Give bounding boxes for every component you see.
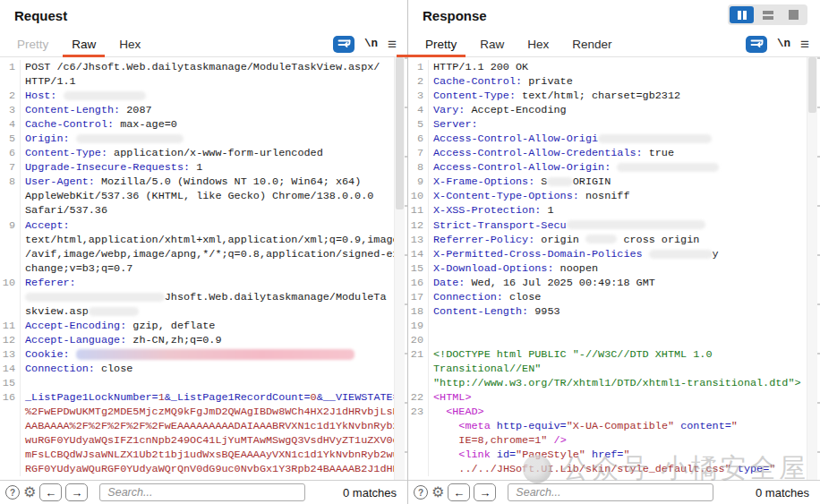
columns-icon <box>738 11 741 20</box>
request-editor-icons: \n ≡ <box>333 31 397 56</box>
line-number: 1 <box>0 60 21 74</box>
line-number <box>408 433 429 448</box>
request-title: Request <box>14 8 67 23</box>
code-line: 8User-Agent: Mozilla/5.0 (Windows NT 10.… <box>0 175 407 189</box>
code-line: 6Content-Type: application/x-www-form-ur… <box>0 146 407 160</box>
prev-match-button[interactable]: ← <box>448 483 470 501</box>
response-editor[interactable]: 1HTTP/1.1 200 OK2Cache-Control: private3… <box>408 57 820 480</box>
match-count: 0 matches <box>343 486 400 500</box>
response-panel: Response PrettyRawHexRender \n ≡ 1HTTP/1… <box>408 0 820 504</box>
gear-icon[interactable]: ⚙ <box>23 485 36 500</box>
search-input[interactable] <box>99 483 305 501</box>
line-number: 7 <box>0 160 21 175</box>
line-number <box>0 233 21 247</box>
code-line: %2FwEPDwUKMTg2MDE5MjczMQ9kFgJmD2QWAgIBDw… <box>0 405 407 419</box>
line-number: 10 <box>0 276 21 290</box>
editor-menu-icon[interactable]: ≡ <box>800 37 809 52</box>
next-match-button[interactable]: → <box>65 483 88 501</box>
layout-rows-button[interactable] <box>756 6 780 23</box>
line-number: 2 <box>0 89 21 103</box>
tab-pretty[interactable]: Pretty <box>414 31 468 56</box>
code-line: 4Cache-Control: max-age=0 <box>0 117 407 132</box>
code-line: HTTP/1.1 <box>0 74 407 89</box>
code-line: 10X-Content-Type-Options: nosniff <box>408 189 820 203</box>
response-editor-icons: \n ≡ <box>746 31 809 56</box>
line-number: 4 <box>0 117 21 132</box>
redacted-text <box>585 235 617 243</box>
rows-icon <box>763 11 773 20</box>
code-line: change;v=b3;q=0.7 <box>0 261 407 276</box>
tab-hex[interactable]: Hex <box>107 31 152 56</box>
code-line: ../../JHSoft.UI.Lib/skin/style_default.c… <box>408 462 820 476</box>
layout-single-button[interactable] <box>782 6 806 23</box>
line-number <box>0 189 21 203</box>
tab-raw[interactable]: Raw <box>60 31 107 56</box>
request-scrollbar-thumb[interactable] <box>396 57 404 209</box>
redacted-text <box>64 91 146 100</box>
line-number: 19 <box>408 319 429 333</box>
show-newlines-button[interactable]: \n <box>364 38 378 50</box>
code-line: 4Vary: Accept-Encoding <box>408 103 820 117</box>
code-line: 1HTTP/1.1 200 OK <box>408 60 820 74</box>
code-line: 16_ListPage1LockNumber=1&_ListPage1Recor… <box>0 390 407 405</box>
line-number: 2 <box>408 74 429 89</box>
response-tabs: PrettyRawHexRender <box>414 31 624 56</box>
code-line: 3Content-Length: 2087 <box>0 103 407 117</box>
message-editor: Request PrettyRawHex \n ≡ 1POST /c6/Jhso… <box>0 0 820 504</box>
code-line: <meta http-equiv="X-UA-Compatible" conte… <box>408 419 820 433</box>
help-icon[interactable]: ? <box>414 485 428 500</box>
request-scrollbar[interactable] <box>394 57 405 480</box>
word-wrap-button[interactable] <box>746 36 767 53</box>
code-line: 3Content-Type: text/html; charset=gb2312 <box>408 89 820 103</box>
line-number: 8 <box>0 175 21 189</box>
redacted-text <box>25 293 165 302</box>
request-panel: Request PrettyRawHex \n ≡ 1POST /c6/Jhso… <box>0 0 408 504</box>
word-wrap-icon <box>750 38 764 50</box>
prev-match-button[interactable]: ← <box>39 483 62 501</box>
response-scrollbar-thumb[interactable] <box>808 57 816 113</box>
help-icon[interactable]: ? <box>5 485 20 500</box>
code-line: 16Date: Wed, 16 Jul 2025 00:49:18 GMT <box>408 276 820 290</box>
gear-icon[interactable]: ⚙ <box>431 485 444 500</box>
line-number <box>408 462 429 476</box>
response-code: 1HTTP/1.1 200 OK2Cache-Control: private3… <box>408 57 820 476</box>
layout-columns-button[interactable] <box>730 6 754 23</box>
request-wrap-markers <box>405 57 407 480</box>
tab-raw[interactable]: Raw <box>468 31 516 56</box>
tab-render[interactable]: Render <box>560 31 623 56</box>
request-header: Request <box>0 0 407 30</box>
response-scrollbar[interactable] <box>807 57 817 480</box>
tab-pretty[interactable]: Pretty <box>5 31 60 56</box>
code-line: 15 <box>0 376 407 390</box>
line-number: 13 <box>408 233 429 247</box>
line-number <box>408 448 429 462</box>
code-line: 18Content-Length: 9953 <box>408 304 820 319</box>
line-number <box>0 261 21 276</box>
search-input[interactable] <box>508 483 713 501</box>
code-line: 1POST /c6/Jhsoft.Web.dailytaskmanage/Mod… <box>0 60 407 74</box>
redacted-text <box>617 163 718 172</box>
word-wrap-icon <box>337 38 351 50</box>
code-line: Transitional//EN" <box>408 362 820 376</box>
word-wrap-button[interactable] <box>333 36 354 53</box>
request-editor[interactable]: 1POST /c6/Jhsoft.Web.dailytaskmanage/Mod… <box>0 57 407 480</box>
next-match-button[interactable]: → <box>474 483 496 501</box>
show-newlines-button[interactable]: \n <box>777 38 790 50</box>
code-line: /avif,image/webp,image/apng,*/*;q=0.8,ap… <box>0 247 407 261</box>
editor-menu-icon[interactable]: ≡ <box>388 37 397 52</box>
line-number: 1 <box>408 60 429 74</box>
response-title: Response <box>423 8 487 23</box>
request-search-bar: ? ⚙ ← → 0 matches <box>0 480 407 504</box>
tab-hex[interactable]: Hex <box>516 31 560 56</box>
line-number <box>0 405 21 419</box>
match-count: 0 matches <box>756 486 813 500</box>
single-pane-icon <box>789 10 799 20</box>
code-line: Jhsoft.Web.dailytaskmanage/ModuleTa <box>0 290 407 304</box>
line-number: 15 <box>408 261 429 276</box>
line-number: 22 <box>408 390 429 405</box>
line-number: 11 <box>408 203 429 218</box>
line-number: 14 <box>408 247 429 261</box>
code-line: 11X-XSS-Protection: 1 <box>408 203 820 218</box>
code-line: 19 <box>408 319 820 333</box>
line-number <box>0 433 21 448</box>
